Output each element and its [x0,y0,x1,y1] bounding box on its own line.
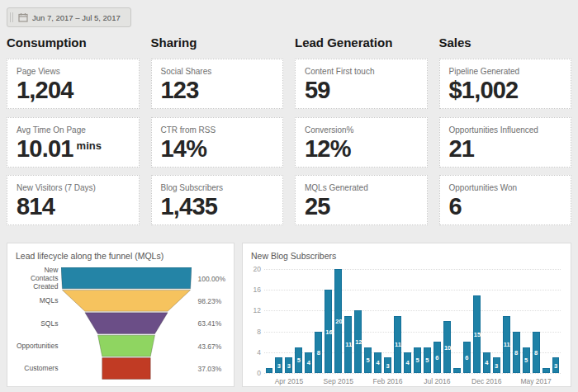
funnel-segment[interactable] [63,290,191,311]
funnel-segment[interactable] [102,358,151,380]
funnel-percent-label: 98.23% [197,290,225,312]
bar[interactable]: 11 [344,316,352,373]
bar[interactable]: 4 [483,352,490,373]
funnel-stage-label: Customers [16,358,58,380]
bar[interactable]: 8 [533,332,540,373]
kpi-label: Opportunities Won [449,183,562,192]
bar-value-label: 12 [355,338,361,346]
kpi-card: Social Shares 123 [151,59,284,109]
kpi-value: 1,204 [17,78,130,102]
column-sharing: Sharing Social Shares 123 CTR from RSS 1… [151,34,284,225]
bar-value-label: 5 [415,357,420,364]
kpi-card: Page Views 1,204 [7,59,140,109]
kpi-value: 21 [449,137,562,161]
bar-value-label: 8 [533,348,539,356]
kpi-value: 25 [305,195,418,219]
column-title: Sharing [151,35,284,50]
kpi-label: New Visitors (7 Days) [17,183,130,192]
kpi-card: Opportunities Influenced 21 [439,117,572,168]
bar-value-label: 11 [504,341,509,348]
bar-value-label: 8 [514,348,519,356]
bar-value-label: 4 [306,359,311,366]
bar[interactable]: 8 [513,332,520,373]
bar[interactable]: 12 [354,310,362,373]
bar[interactable]: 11 [394,316,401,373]
bar-value-label: 15 [474,330,480,338]
bar[interactable]: 5 [523,347,530,374]
bar-value-label: 10 [444,343,450,351]
kpi-value: 1,435 [161,195,274,219]
bar-value-label: 3 [385,361,391,369]
column-title: Consumption [7,35,140,50]
funnel-segment[interactable] [85,313,168,334]
funnel-chart: New Contacts Created MQLs SQLs Opportuni… [16,267,225,380]
bar[interactable]: 3 [384,357,391,373]
bar[interactable]: 5 [364,347,372,374]
grip-icon [10,12,13,22]
kpi-label: MQLs Generated [305,183,418,192]
bar[interactable]: 5 [414,347,421,374]
bar-chart-panel: New Blog Subscribers 3354816201112543114… [242,243,571,387]
funnel-percent-label: 37.03% [197,358,225,380]
bar[interactable]: 5 [424,347,431,374]
kpi-grid: Consumption Page Views 1,204 Avg Time On… [7,34,571,225]
kpi-card: Pipeline Generated $1,002 [439,59,572,109]
bar[interactable]: 6 [434,342,441,373]
y-axis-tick-label: 0 [251,370,261,377]
bar[interactable]: 6 [463,342,471,373]
kpi-value: 814 [17,195,130,219]
bar-value-label: 5 [296,357,301,364]
bar[interactable]: 16 [325,290,332,373]
calendar-icon [18,12,28,22]
funnel-stage-label: Opportunities [16,335,58,357]
column-lead-generation: Lead Generation Content First touch 59 C… [295,34,428,225]
bar[interactable]: 10 [443,321,451,373]
bar[interactable]: 8 [315,332,322,373]
funnel-segment[interactable] [98,335,155,357]
bar[interactable]: 20 [334,269,342,373]
bar[interactable]: 4 [404,352,411,373]
column-title: Lead Generation [295,35,428,50]
bar-value-label: 8 [315,348,321,356]
funnel-chart-panel: Lead lifecycle along the funnel (MQLs) N… [7,243,235,387]
y-axis-tick-label: 20 [251,266,261,273]
bar[interactable]: 5 [295,347,302,374]
kpi-label: Pipeline Generated [449,67,562,76]
kpi-label: Opportunities Influenced [449,125,562,135]
bar[interactable]: 4 [305,352,312,373]
bar[interactable]: 3 [285,357,292,373]
kpi-value: 12% [305,137,418,161]
bar[interactable]: 3 [275,357,282,373]
column-consumption: Consumption Page Views 1,204 Avg Time On… [7,34,140,225]
kpi-card: CTR from RSS 14% [151,117,284,168]
charts-row: Lead lifecycle along the funnel (MQLs) N… [7,243,571,387]
kpi-value: 10.01mins [17,137,130,161]
bar-value-label: 4 [484,359,490,366]
kpi-label: CTR from RSS [161,125,274,135]
bar[interactable] [266,368,273,373]
topbar: Jun 7, 2017 – Jul 5, 2017 [0,0,578,27]
kpi-card: New Visitors (7 Days) 814 [7,175,140,225]
bar[interactable]: 4 [374,352,381,373]
bar[interactable] [542,368,550,373]
gridline [264,269,561,270]
bar-value-label: 4 [375,359,381,366]
funnel-stage-labels: New Contacts Created MQLs SQLs Opportuni… [16,267,58,380]
gridline [264,373,561,374]
bar[interactable]: 11 [503,316,510,373]
funnel-stage-label: MQLs [16,290,58,312]
bar[interactable]: 15 [473,295,481,374]
kpi-label: Page Views [17,67,130,76]
kpi-value: 123 [161,78,274,102]
bar-value-label: 3 [553,361,559,369]
bar[interactable]: 3 [493,357,500,373]
date-range-picker[interactable]: Jun 7, 2017 – Jul 5, 2017 [7,7,131,27]
funnel-segment[interactable] [61,267,192,289]
funnel-percent-labels: 100.00% 98.23% 63.41% 43.67% 37.03% [192,267,225,380]
bar[interactable] [453,368,461,373]
kpi-card: MQLs Generated 25 [295,175,428,225]
kpi-card: Conversion% 12% [295,117,428,168]
funnel-percent-label: 100.00% [197,267,225,290]
x-axis-tick-label: Apr 2015 [275,378,304,385]
bar[interactable]: 3 [552,357,560,373]
